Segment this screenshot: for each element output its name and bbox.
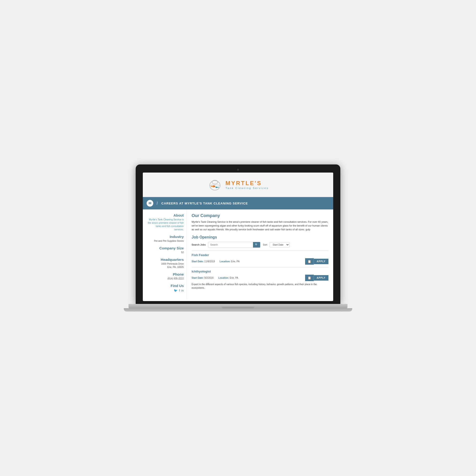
- sidebar-phone-heading: Phone: [146, 272, 184, 276]
- banner-text: CAREERS AT MYRTLE'S TANK CLEANING SERVIC…: [161, 202, 248, 205]
- main-panel: Our Company Myrtle's Tank Cleaning Servi…: [187, 209, 333, 299]
- sidebar: About Myrtle's Tank Cleaning Service is …: [143, 209, 187, 299]
- sidebar-phone-section: Phone (814) 835-2222: [146, 272, 184, 280]
- svg-point-5: [216, 187, 216, 187]
- job-location-2: Location: Erie, PA: [218, 276, 238, 279]
- apply-btn-wrap-1: 📋 APPLY: [305, 258, 328, 265]
- svg-point-2: [212, 186, 215, 187]
- sidebar-about-text: Myrtle's Tank Cleaning Service is the ar…: [146, 218, 184, 231]
- job-openings-title: Job Openings: [192, 235, 328, 239]
- sidebar-findus-section: Find Us 🐦 f in: [146, 284, 184, 292]
- sidebar-phone-value: (814) 835-2222: [146, 277, 184, 280]
- careers-banner: ✉ / CAREERS AT MYRTLE'S TANK CLEANING SE…: [143, 197, 333, 209]
- company-section-title: Our Company: [192, 213, 328, 218]
- laptop-hinge: [221, 306, 255, 308]
- laptop-container: MYRTLE'S Tank Cleaning Services ✉ / CARE…: [136, 165, 340, 311]
- svg-point-3: [214, 186, 215, 186]
- linkedin-icon[interactable]: in: [181, 289, 184, 292]
- sidebar-findus-heading: Find Us: [146, 284, 184, 288]
- search-label: Search Jobs: [192, 243, 206, 246]
- camera-row: [143, 169, 333, 171]
- sort-label: Sort: [263, 243, 267, 246]
- banner-slash: /: [157, 201, 158, 206]
- apply-icon-button-1[interactable]: 📋: [305, 258, 314, 265]
- sidebar-industry-text: Pet and Pet Supplies Stores: [146, 239, 184, 243]
- job-start-date-2: Start Date: 9/2/2020: [192, 276, 214, 279]
- camera: [237, 169, 239, 171]
- job-desc-2: Expert in the different aspects of vario…: [192, 283, 328, 290]
- sidebar-companysize-heading: Company Size: [146, 246, 184, 250]
- job-start-date-1: Start Date: 11/8/2019: [192, 260, 215, 263]
- job-meta-row-1: Start Date: 11/8/2019 Location: Erie, PA…: [192, 258, 328, 265]
- sidebar-headquarters-section: Headquarters 1600 Peninsula Drive Erie, …: [146, 257, 184, 269]
- apply-button-1[interactable]: APPLY: [314, 259, 328, 264]
- job-meta-row-2: Start Date: 9/2/2020 Location: Erie, PA …: [192, 275, 328, 281]
- job-title-2: Ichthyologist: [192, 270, 328, 273]
- search-input[interactable]: [208, 242, 253, 247]
- banner-icon: ✉: [147, 200, 153, 206]
- laptop-bottom: [124, 308, 352, 311]
- company-desc: Myrtle's Tank Cleaning Service is the ar…: [192, 220, 328, 231]
- sort-select[interactable]: Start Date: [270, 242, 290, 248]
- logo-fishbowl-icon: [207, 177, 222, 192]
- apply-button-2[interactable]: APPLY: [314, 275, 328, 281]
- sidebar-headquarters-address1: 1600 Peninsula Drive: [146, 262, 184, 266]
- laptop-base: [129, 304, 347, 308]
- site-header: MYRTLE'S Tank Cleaning Services: [143, 172, 333, 197]
- laptop-screen: MYRTLE'S Tank Cleaning Services ✉ / CARE…: [143, 172, 333, 301]
- job-title-1: Fish Feeder: [192, 253, 328, 257]
- svg-point-0: [210, 181, 220, 190]
- job-item-2: Ichthyologist Start Date: 9/2/2020 Locat…: [192, 267, 328, 292]
- sidebar-companysize-value: 52: [146, 251, 184, 254]
- sidebar-headquarters-heading: Headquarters: [146, 257, 184, 262]
- logo-container: MYRTLE'S Tank Cleaning Services: [207, 177, 269, 192]
- sidebar-industry-heading: Industry: [146, 235, 184, 239]
- logo-text: MYRTLE'S Tank Cleaning Services: [226, 180, 269, 189]
- logo-subtitle: Tank Cleaning Services: [226, 187, 269, 189]
- main-content: About Myrtle's Tank Cleaning Service is …: [143, 209, 333, 299]
- sidebar-about-section: About Myrtle's Tank Cleaning Service is …: [146, 213, 184, 231]
- svg-point-4: [215, 187, 218, 188]
- facebook-icon[interactable]: f: [179, 289, 180, 292]
- social-icons: 🐦 f in: [146, 289, 184, 292]
- job-location-1: Location: Erie, PA: [220, 260, 240, 263]
- sidebar-industry-section: Industry Pet and Pet Supplies Stores: [146, 235, 184, 243]
- logo-title: MYRTLE'S: [226, 180, 269, 187]
- apply-btn-wrap-2: 📋 APPLY: [305, 275, 328, 281]
- search-row: Search Jobs 🔍 Sort Start Date: [192, 242, 328, 248]
- sidebar-headquarters-address2: Erie, PA, 16505: [146, 266, 184, 269]
- screen-bezel: MYRTLE'S Tank Cleaning Services ✉ / CARE…: [136, 165, 340, 304]
- sidebar-about-heading: About: [146, 213, 184, 217]
- search-button[interactable]: 🔍: [253, 242, 260, 248]
- sidebar-companysize-section: Company Size 52: [146, 246, 184, 254]
- job-item-1: Fish Feeder Start Date: 11/8/2019 Locati…: [192, 251, 328, 267]
- apply-icon-button-2[interactable]: 📋: [305, 275, 314, 281]
- twitter-icon[interactable]: 🐦: [174, 289, 178, 292]
- search-input-wrap: 🔍: [208, 242, 260, 248]
